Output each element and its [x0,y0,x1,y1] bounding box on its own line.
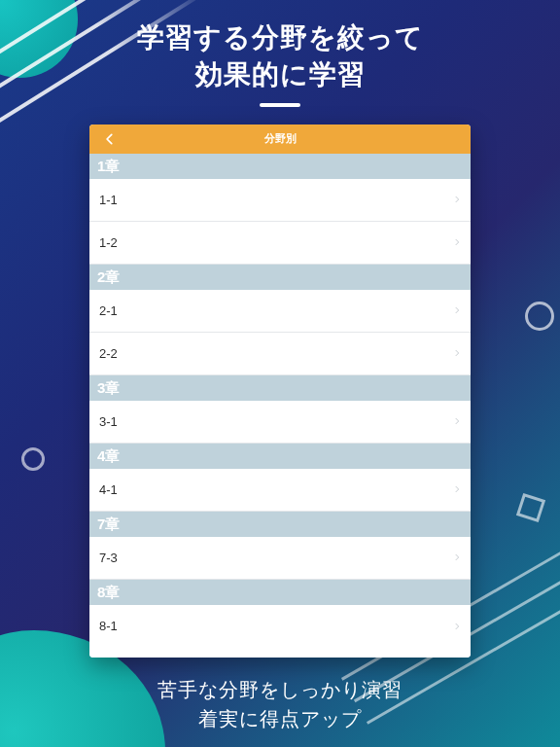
decor-outline-circle-left [21,447,45,471]
list-item[interactable]: 2-2 [89,333,471,375]
decor-outline-circle-right [525,302,554,331]
headline-underline [260,103,300,107]
list-item[interactable]: 8-1 [89,605,471,648]
list-item[interactable]: 1-2 [89,222,471,265]
list-item[interactable]: 3-1 [89,401,471,444]
category-list: 1章1-11-22章2-12-23章3-14章4-17章7-38章8-1 [89,154,471,658]
chevron-left-icon [103,132,117,146]
chevron-right-icon [453,194,461,205]
headline-line-2: 効果的に学習 [0,56,560,93]
list-item[interactable]: 7-3 [89,537,471,580]
chevron-right-icon [453,236,461,248]
nav-title: 分野別 [264,131,297,146]
list-item[interactable]: 4-1 [89,469,471,512]
section-header: 4章 [89,444,471,469]
list-item-label: 1-2 [99,235,118,250]
promo-background: 学習する分野を絞って 効果的に学習 分野別 1章1-11-22章2-12-23章… [0,0,560,747]
list-item-label: 2-1 [99,303,118,318]
list-item-label: 3-1 [99,414,118,429]
list-item-label: 1-1 [99,193,118,207]
chevron-right-icon [453,347,461,359]
section-header: 3章 [89,375,471,401]
headline-line-1: 学習する分野を絞って [0,19,560,56]
decor-outline-square-right [516,493,545,522]
footer-caption: 苦手な分野をしっかり演習 着実に得点アップ [0,675,560,733]
footer-line-2: 着実に得点アップ [0,704,560,733]
chevron-right-icon [453,621,461,632]
footer-line-1: 苦手な分野をしっかり演習 [0,675,560,704]
section-header: 1章 [89,154,471,179]
list-item[interactable]: 2-1 [89,290,471,333]
headline: 学習する分野を絞って 効果的に学習 [0,0,560,107]
section-header: 7章 [89,512,471,537]
back-button[interactable] [95,124,124,154]
section-header: 8章 [89,580,471,605]
list-item-label: 2-2 [99,346,118,361]
list-item-label: 8-1 [99,619,118,633]
chevron-right-icon [453,415,461,427]
chevron-right-icon [453,551,461,563]
chevron-right-icon [453,304,461,316]
nav-bar: 分野別 [89,124,471,154]
chevron-right-icon [453,483,461,495]
phone-mock: 分野別 1章1-11-22章2-12-23章3-14章4-17章7-38章8-1 [89,124,471,658]
section-header: 2章 [89,265,471,290]
list-item-label: 7-3 [99,551,118,565]
list-item[interactable]: 1-1 [89,179,471,222]
list-item-label: 4-1 [99,482,118,497]
